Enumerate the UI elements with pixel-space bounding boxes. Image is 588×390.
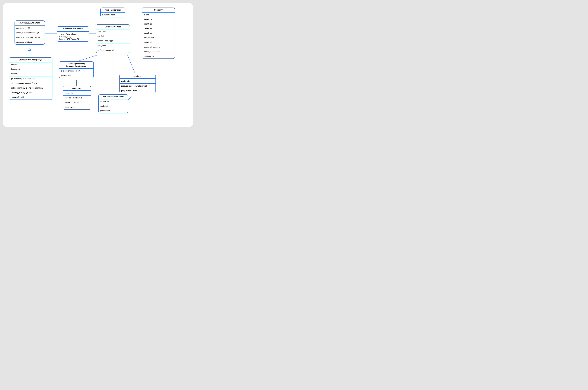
- attr: model: str: [98, 104, 128, 108]
- method: update_summary(id_, fields): Summary: [9, 86, 52, 90]
- attr: logger: RootLogger: [96, 39, 130, 43]
- method: produce(topic, key, value): void: [120, 84, 155, 88]
- attr: summary_id: str: [100, 12, 125, 17]
- svg-line-9: [127, 55, 135, 74]
- attr: dbname: str: [9, 67, 52, 72]
- method: get(id_summary): dict: [96, 48, 130, 53]
- method: subscribe(topic): void: [63, 96, 91, 100]
- class-summary: Summary id_: str source: str output: str…: [142, 7, 175, 59]
- svg-line-6: [77, 55, 98, 61]
- class-response-schema: ResponseSchema summary_id: str: [100, 7, 125, 17]
- attr: text_postprocessed: str: [59, 69, 94, 73]
- member: insert_summary(Summary): [15, 31, 45, 35]
- svg-marker-5: [28, 48, 31, 50]
- class-dispatcher-service: DispatcherService app: Flask api: Api lo…: [96, 24, 130, 53]
- class-title: SummaryDAOPostgreSQL: [9, 58, 52, 62]
- attr: host: str: [9, 62, 52, 67]
- attr: params: dict: [98, 108, 128, 113]
- class-text-postprocessing-consumed-msg-schema: TextPostprocessing ConsumedMsgSchema tex…: [59, 61, 94, 78]
- member: update_summary(id_, fields): [15, 35, 45, 40]
- attr: model: str: [142, 31, 175, 36]
- class-title: DispatcherService: [96, 25, 130, 29]
- uml-canvas: SummaryDAOInterface get_summary(id_) ins…: [3, 3, 193, 127]
- attr: config: dict: [63, 91, 91, 96]
- class-summary-dao-interface: SummaryDAOInterface get_summary(id_) ins…: [14, 20, 45, 45]
- method: summary_exists(id_): bool: [9, 90, 52, 95]
- attr: id_: str: [142, 12, 175, 17]
- class-consumer: Consumer config: dict subscribe(topic): …: [63, 86, 91, 110]
- class-title: Producer: [120, 74, 155, 79]
- method: insert_summary(Summary): void: [9, 81, 52, 86]
- method: post(): dict: [96, 44, 130, 48]
- class-title: Consumer: [63, 86, 91, 91]
- method: close(): void: [63, 105, 91, 109]
- class-title: TextPostprocessing ConsumedMsgSchema: [59, 62, 94, 68]
- method: _connect(): void: [9, 95, 52, 99]
- class-title: SummaryDAOInterface: [15, 21, 45, 25]
- attr: params: dict: [142, 36, 175, 40]
- method: get_summary(id_): Summary: [9, 76, 52, 81]
- class-title: PlainTextRequestSchema: [98, 95, 128, 99]
- attr: started_at: datetime: [142, 45, 175, 49]
- attr: params: dict: [59, 73, 94, 78]
- class-producer: Producer config: dict produce(topic, key…: [119, 74, 156, 93]
- attr: api: Api: [96, 34, 130, 39]
- class-title: SummaryDAOFactory: [57, 27, 89, 31]
- method: poll(seconds): void: [120, 88, 155, 93]
- class-summary-dao-postgresql: SummaryDAOPostgreSQL host: str dbname: s…: [9, 57, 52, 100]
- attr: app: Flask: [96, 29, 130, 34]
- class-plaintext-request-schema: PlainTextRequestSchema source: str model…: [98, 94, 128, 113]
- attr: source: str: [98, 99, 128, 104]
- member: get_summary(id_): [15, 26, 45, 31]
- member: __new__(host, dbname, user, log_level): …: [57, 32, 89, 42]
- attr: output: str: [142, 22, 175, 26]
- class-title: ResponseSchema: [100, 8, 125, 12]
- attr: language: str: [142, 54, 175, 59]
- attr: user: str: [9, 72, 52, 76]
- attr: source: str: [142, 26, 175, 31]
- attr: ended_at: datetime: [142, 49, 175, 54]
- method: poll(seconds): void: [63, 100, 91, 105]
- attr: config: dict: [120, 79, 155, 84]
- member: summary_exists(id_): [15, 40, 45, 44]
- class-summary-dao-factory: SummaryDAOFactory __new__(host, dbname, …: [57, 26, 89, 42]
- attr: status: str: [142, 40, 175, 45]
- class-title: Summary: [142, 8, 175, 12]
- attr: source: str: [142, 17, 175, 22]
